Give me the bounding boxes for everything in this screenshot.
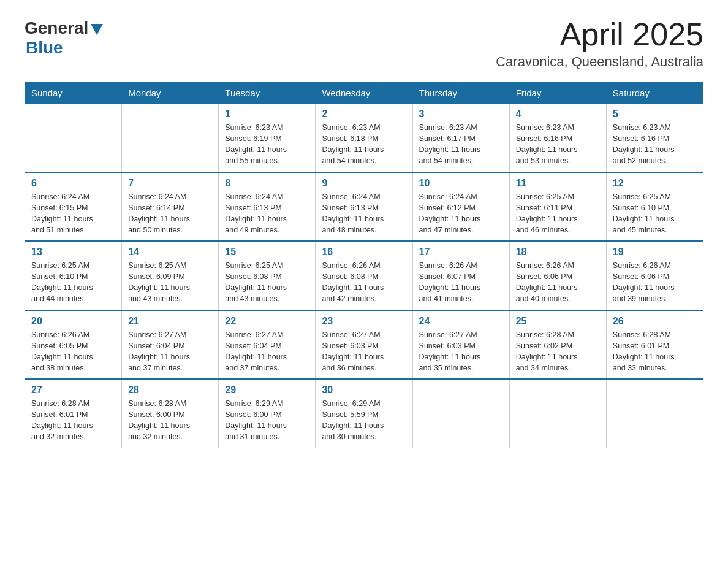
day-info: Sunrise: 6:26 AM Sunset: 6:06 PM Dayligh… (516, 260, 600, 305)
day-info: Sunrise: 6:27 AM Sunset: 6:04 PM Dayligh… (225, 329, 309, 374)
day-info: Sunrise: 6:29 AM Sunset: 6:00 PM Dayligh… (225, 398, 309, 443)
day-info: Sunrise: 6:27 AM Sunset: 6:03 PM Dayligh… (322, 329, 406, 374)
day-number: 12 (613, 178, 697, 189)
header-day-wednesday: Wednesday (316, 83, 412, 104)
day-number: 24 (419, 316, 503, 327)
day-number: 16 (322, 247, 406, 258)
location-title: Caravonica, Queensland, Australia (496, 54, 703, 70)
calendar-cell: 12Sunrise: 6:25 AM Sunset: 6:10 PM Dayli… (606, 172, 703, 242)
calendar-cell: 11Sunrise: 6:25 AM Sunset: 6:11 PM Dayli… (509, 172, 606, 242)
header-day-monday: Monday (122, 83, 219, 104)
day-info: Sunrise: 6:28 AM Sunset: 6:01 PM Dayligh… (31, 398, 115, 443)
day-number: 15 (225, 247, 309, 258)
calendar-cell: 24Sunrise: 6:27 AM Sunset: 6:03 PM Dayli… (412, 310, 509, 380)
calendar-cell (412, 379, 509, 448)
calendar-cell: 17Sunrise: 6:26 AM Sunset: 6:07 PM Dayli… (412, 241, 509, 310)
day-info: Sunrise: 6:26 AM Sunset: 6:08 PM Dayligh… (322, 260, 406, 305)
calendar-cell: 29Sunrise: 6:29 AM Sunset: 6:00 PM Dayli… (219, 379, 316, 448)
calendar-week-2: 6Sunrise: 6:24 AM Sunset: 6:15 PM Daylig… (25, 172, 703, 242)
calendar-cell: 15Sunrise: 6:25 AM Sunset: 6:08 PM Dayli… (219, 241, 316, 310)
calendar-cell: 6Sunrise: 6:24 AM Sunset: 6:15 PM Daylig… (25, 172, 122, 242)
day-info: Sunrise: 6:27 AM Sunset: 6:03 PM Dayligh… (419, 329, 503, 374)
day-info: Sunrise: 6:24 AM Sunset: 6:15 PM Dayligh… (31, 191, 115, 236)
calendar-cell: 26Sunrise: 6:28 AM Sunset: 6:01 PM Dayli… (606, 310, 703, 380)
day-number: 26 (613, 316, 697, 327)
logo-triangle-icon (91, 24, 103, 35)
day-number: 13 (31, 247, 115, 258)
day-info: Sunrise: 6:28 AM Sunset: 6:02 PM Dayligh… (516, 329, 600, 374)
day-number: 19 (613, 247, 697, 258)
day-number: 8 (225, 178, 309, 189)
day-number: 20 (31, 316, 115, 327)
day-info: Sunrise: 6:24 AM Sunset: 6:13 PM Dayligh… (225, 191, 309, 236)
header-row: SundayMondayTuesdayWednesdayThursdayFrid… (25, 83, 703, 104)
day-number: 30 (322, 385, 406, 396)
calendar-cell: 16Sunrise: 6:26 AM Sunset: 6:08 PM Dayli… (316, 241, 412, 310)
day-number: 22 (225, 316, 309, 327)
day-number: 17 (419, 247, 503, 258)
day-info: Sunrise: 6:28 AM Sunset: 6:00 PM Dayligh… (128, 398, 212, 443)
day-number: 1 (225, 109, 309, 120)
day-number: 10 (419, 178, 503, 189)
calendar-cell: 2Sunrise: 6:23 AM Sunset: 6:18 PM Daylig… (316, 104, 412, 172)
day-number: 7 (128, 178, 212, 189)
day-number: 18 (516, 247, 600, 258)
logo-general-text: General (25, 18, 88, 38)
day-info: Sunrise: 6:26 AM Sunset: 6:06 PM Dayligh… (613, 260, 697, 305)
calendar-cell: 10Sunrise: 6:24 AM Sunset: 6:12 PM Dayli… (412, 172, 509, 242)
calendar-cell: 4Sunrise: 6:23 AM Sunset: 6:16 PM Daylig… (509, 104, 606, 172)
header-day-friday: Friday (509, 83, 606, 104)
logo: General Blue (25, 18, 103, 58)
header: General Blue April 2025 Caravonica, Quee… (25, 18, 703, 70)
calendar-cell: 5Sunrise: 6:23 AM Sunset: 6:16 PM Daylig… (606, 104, 703, 172)
header-day-saturday: Saturday (606, 83, 703, 104)
day-number: 29 (225, 385, 309, 396)
day-number: 4 (516, 109, 600, 120)
calendar-week-1: 1Sunrise: 6:23 AM Sunset: 6:19 PM Daylig… (25, 104, 703, 172)
day-info: Sunrise: 6:25 AM Sunset: 6:11 PM Dayligh… (516, 191, 600, 236)
day-info: Sunrise: 6:26 AM Sunset: 6:05 PM Dayligh… (31, 329, 115, 374)
day-number: 23 (322, 316, 406, 327)
calendar-cell: 18Sunrise: 6:26 AM Sunset: 6:06 PM Dayli… (509, 241, 606, 310)
day-info: Sunrise: 6:27 AM Sunset: 6:04 PM Dayligh… (128, 329, 212, 374)
day-number: 27 (31, 385, 115, 396)
day-info: Sunrise: 6:25 AM Sunset: 6:10 PM Dayligh… (31, 260, 115, 305)
calendar-cell: 21Sunrise: 6:27 AM Sunset: 6:04 PM Dayli… (122, 310, 219, 380)
header-day-thursday: Thursday (412, 83, 509, 104)
calendar-cell: 13Sunrise: 6:25 AM Sunset: 6:10 PM Dayli… (25, 241, 122, 310)
calendar-week-4: 20Sunrise: 6:26 AM Sunset: 6:05 PM Dayli… (25, 310, 703, 380)
month-title: April 2025 (496, 18, 703, 50)
title-area: April 2025 Caravonica, Queensland, Austr… (496, 18, 703, 70)
calendar-cell: 25Sunrise: 6:28 AM Sunset: 6:02 PM Dayli… (509, 310, 606, 380)
day-number: 14 (128, 247, 212, 258)
day-number: 9 (322, 178, 406, 189)
header-day-tuesday: Tuesday (219, 83, 316, 104)
day-info: Sunrise: 6:24 AM Sunset: 6:13 PM Dayligh… (322, 191, 406, 236)
calendar-cell: 19Sunrise: 6:26 AM Sunset: 6:06 PM Dayli… (606, 241, 703, 310)
day-info: Sunrise: 6:23 AM Sunset: 6:16 PM Dayligh… (613, 122, 697, 167)
day-number: 5 (613, 109, 697, 120)
day-info: Sunrise: 6:26 AM Sunset: 6:07 PM Dayligh… (419, 260, 503, 305)
calendar-cell: 8Sunrise: 6:24 AM Sunset: 6:13 PM Daylig… (219, 172, 316, 242)
day-number: 28 (128, 385, 212, 396)
calendar-cell (122, 104, 219, 172)
calendar-cell (25, 104, 122, 172)
day-info: Sunrise: 6:25 AM Sunset: 6:09 PM Dayligh… (128, 260, 212, 305)
day-number: 6 (31, 178, 115, 189)
calendar-week-3: 13Sunrise: 6:25 AM Sunset: 6:10 PM Dayli… (25, 241, 703, 310)
calendar-week-5: 27Sunrise: 6:28 AM Sunset: 6:01 PM Dayli… (25, 379, 703, 448)
day-number: 2 (322, 109, 406, 120)
day-number: 3 (419, 109, 503, 120)
calendar-cell: 9Sunrise: 6:24 AM Sunset: 6:13 PM Daylig… (316, 172, 412, 242)
day-info: Sunrise: 6:23 AM Sunset: 6:19 PM Dayligh… (225, 122, 309, 167)
day-info: Sunrise: 6:23 AM Sunset: 6:16 PM Dayligh… (516, 122, 600, 167)
calendar-body: 1Sunrise: 6:23 AM Sunset: 6:19 PM Daylig… (25, 104, 703, 448)
calendar-cell: 22Sunrise: 6:27 AM Sunset: 6:04 PM Dayli… (219, 310, 316, 380)
calendar-cell (509, 379, 606, 448)
header-day-sunday: Sunday (25, 83, 122, 104)
day-info: Sunrise: 6:29 AM Sunset: 5:59 PM Dayligh… (322, 398, 406, 443)
calendar-table: SundayMondayTuesdayWednesdayThursdayFrid… (25, 82, 703, 448)
day-info: Sunrise: 6:24 AM Sunset: 6:14 PM Dayligh… (128, 191, 212, 236)
day-number: 11 (516, 178, 600, 189)
day-info: Sunrise: 6:25 AM Sunset: 6:10 PM Dayligh… (613, 191, 697, 236)
